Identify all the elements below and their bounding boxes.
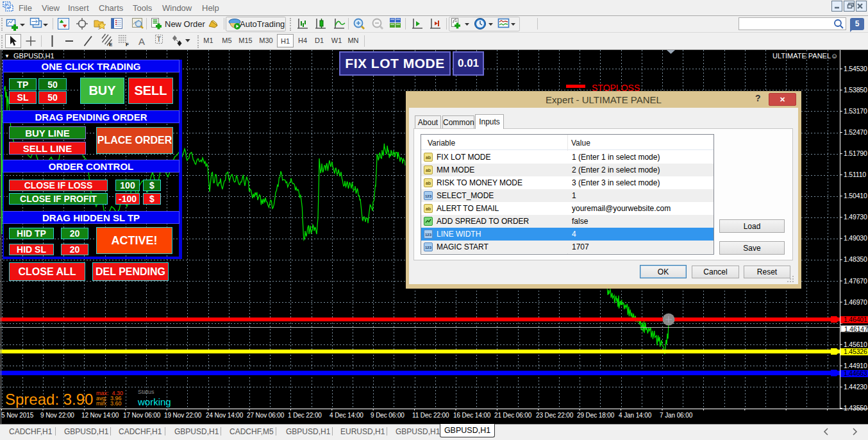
svg-text:F: F — [126, 42, 129, 47]
svg-text:T: T — [157, 35, 162, 43]
svg-text:A: A — [138, 36, 145, 47]
svg-text:E: E — [109, 42, 113, 47]
